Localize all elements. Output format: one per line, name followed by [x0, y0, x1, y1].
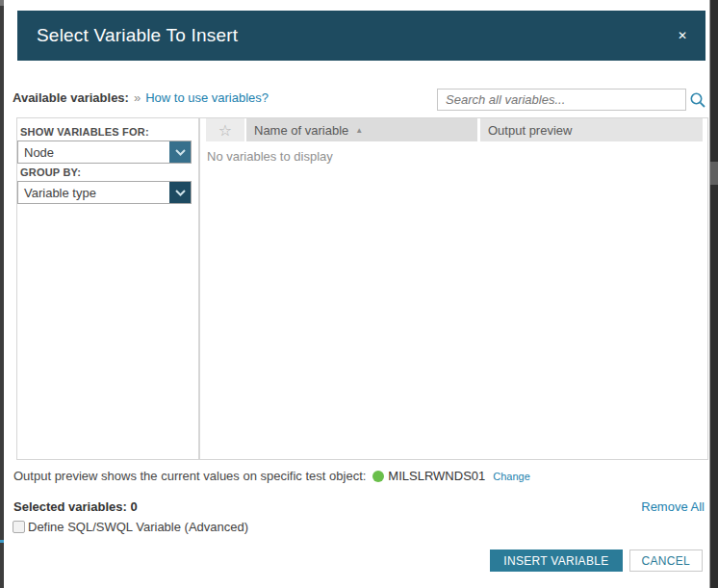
chevron-down-icon[interactable] — [169, 141, 191, 163]
show-variables-for-value: Node — [18, 145, 54, 160]
how-to-use-variables-link[interactable]: How to use variables? — [145, 90, 269, 105]
advanced-checkbox-row: Define SQL/SWQL Variable (Advanced) — [13, 520, 248, 534]
search-area — [437, 89, 706, 111]
background-page-left-accent — [0, 540, 4, 543]
column-label: Name of variable — [254, 123, 348, 138]
dialog-actions: INSERT VARIABLE CANCEL — [490, 550, 703, 572]
search-input[interactable] — [437, 89, 686, 111]
selected-variables-label: Selected variables: 0 — [13, 499, 138, 514]
define-sql-swql-checkbox[interactable] — [13, 521, 25, 533]
show-variables-for-label: SHOW VARIABLES FOR: — [20, 126, 198, 138]
column-label: Output preview — [488, 123, 572, 138]
available-variables-label: Available variables: — [13, 90, 129, 105]
favorite-column-header[interactable]: ☆ — [206, 118, 244, 141]
background-page-right-edge-segment — [710, 162, 718, 185]
test-object-name: MILSLRWNDS01 — [388, 469, 485, 483]
cancel-button[interactable]: CANCEL — [629, 550, 703, 572]
background-page-left-edge-top — [0, 0, 4, 6]
group-by-label: GROUP BY: — [20, 166, 198, 178]
available-variables-row: Available variables: » How to use variab… — [13, 90, 269, 105]
insert-variable-button[interactable]: INSERT VARIABLE — [490, 550, 622, 572]
variables-table-panel: ☆ Name of variable ▲ Output preview No v… — [199, 117, 708, 460]
change-test-object-link[interactable]: Change — [493, 471, 530, 482]
column-header-name-of-variable[interactable]: Name of variable ▲ — [246, 118, 477, 141]
chevron-down-icon[interactable] — [169, 182, 191, 203]
background-page-left-edge — [0, 0, 4, 588]
group-by-select[interactable]: Variable type — [17, 181, 192, 204]
search-icon[interactable] — [689, 91, 706, 109]
dialog-header: Select Variable To Insert ✕ — [17, 11, 705, 61]
group-by-value: Variable type — [18, 186, 96, 200]
output-preview-row: Output preview shows the current values … — [13, 469, 530, 483]
output-preview-text: Output preview shows the current values … — [13, 469, 366, 483]
star-icon: ☆ — [218, 121, 232, 140]
dialog-title: Select Variable To Insert — [37, 25, 238, 46]
table-header: ☆ Name of variable ▲ Output preview — [206, 118, 703, 141]
guillemet-icon: » — [134, 90, 141, 105]
close-icon[interactable]: ✕ — [678, 30, 687, 41]
empty-table-message: No variables to display — [207, 149, 333, 164]
filter-panel: SHOW VARIABLES FOR: Node GROUP BY: Varia… — [16, 117, 199, 460]
define-sql-swql-label: Define SQL/SWQL Variable (Advanced) — [28, 520, 248, 534]
sort-ascending-icon: ▲ — [355, 126, 363, 135]
remove-all-link[interactable]: Remove All — [641, 499, 705, 514]
column-header-output-preview[interactable]: Output preview — [480, 118, 703, 141]
status-up-icon — [372, 471, 384, 482]
background-page-right-edge — [709, 0, 718, 588]
show-variables-for-select[interactable]: Node — [17, 141, 192, 164]
